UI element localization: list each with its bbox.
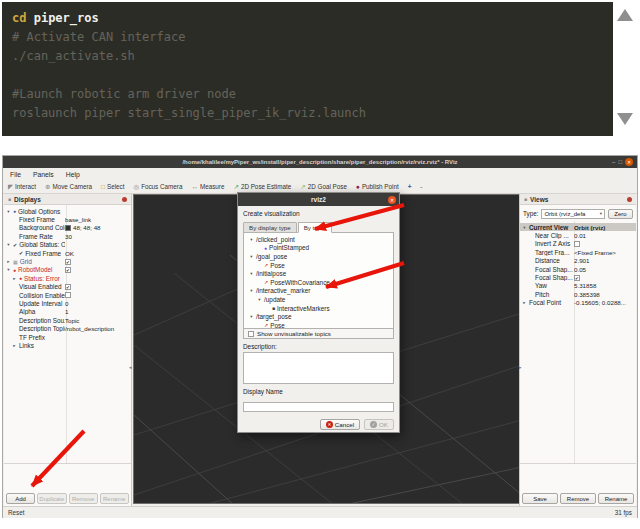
maximize-icon[interactable]: □ bbox=[618, 158, 622, 166]
views-row-near-clip[interactable]: Near Clip ...0.01 bbox=[520, 231, 636, 239]
minimize-icon[interactable]: – bbox=[612, 158, 615, 166]
displays-row-description-sou[interactable]: Description Sou...Topic bbox=[4, 316, 131, 324]
topic-row-initialpose[interactable]: ▾/initialpose bbox=[244, 269, 393, 278]
displays-row-background-color[interactable]: Background Color48; 48; 48 bbox=[4, 224, 131, 232]
topic-row-pose[interactable]: ↗Pose bbox=[244, 321, 393, 329]
dialog-titlebar[interactable]: rviz2 ✕ bbox=[238, 193, 399, 206]
toolbar-2d-goal-pose[interactable]: ↗2D Goal Pose bbox=[300, 183, 347, 190]
expanded-arrow-icon[interactable]: ▾ bbox=[257, 297, 262, 302]
toolbar-item[interactable]: - bbox=[420, 183, 422, 190]
checkbox-unchecked[interactable] bbox=[65, 292, 71, 298]
zero-button[interactable]: Zero bbox=[608, 209, 633, 219]
views-row-target-fra[interactable]: Target Fra...<Fixed Frame> bbox=[520, 248, 636, 256]
displays-row-collision-enabled[interactable]: Collision Enabled bbox=[4, 291, 131, 299]
views-row-focal-shap[interactable]: Focal Shap...0.05 bbox=[520, 265, 636, 273]
displays-rename-button[interactable]: Rename bbox=[100, 493, 129, 504]
checkbox-checked[interactable]: ✔ bbox=[65, 267, 71, 273]
views-save-button[interactable]: Save bbox=[522, 493, 558, 504]
collapsed-arrow-icon[interactable]: ▸ bbox=[6, 259, 11, 264]
views-row-focal-point[interactable]: ▸Focal Point-0.15605; 0.0288... bbox=[520, 299, 636, 307]
topic-row-interactive-marker[interactable]: ▾/interactive_marker bbox=[244, 287, 393, 296]
expanded-arrow-icon[interactable]: ▾ bbox=[522, 225, 527, 230]
splitter-collapse-right-icon[interactable]: ▸ bbox=[519, 364, 522, 370]
displays-duplicate-button[interactable]: Duplicate bbox=[37, 493, 66, 504]
views-rename-button[interactable]: Rename bbox=[598, 493, 634, 504]
displays-row-tf-prefix[interactable]: TF Prefix bbox=[4, 333, 131, 341]
menu-help[interactable]: Help bbox=[66, 171, 80, 178]
tab-by-topic[interactable]: By topic bbox=[298, 222, 332, 233]
collapsed-arrow-icon[interactable]: ▸ bbox=[12, 343, 17, 348]
toolbar-focus-camera[interactable]: ◎Focus Camera bbox=[133, 183, 182, 190]
show-unvisualizable-row[interactable]: Show unvisualizable topics bbox=[243, 329, 394, 339]
topic-row-goal-pose[interactable]: ▾/goal_pose bbox=[244, 252, 393, 261]
topic-row-interactivemarkers[interactable]: ■InteractiveMarkers bbox=[244, 304, 393, 313]
displays-row-global-status-ok[interactable]: ▾✔Global Status: Ok bbox=[4, 241, 131, 249]
views-row-focal-shap[interactable]: Focal Shap...✔ bbox=[520, 273, 636, 281]
reset-status[interactable]: Reset bbox=[8, 509, 24, 516]
views-remove-button[interactable]: Remove bbox=[560, 493, 596, 504]
expanded-arrow-icon[interactable]: ▾ bbox=[249, 271, 254, 276]
views-row-invert-z-axis[interactable]: Invert Z Axis bbox=[520, 240, 636, 248]
expanded-arrow-icon[interactable]: ▾ bbox=[6, 209, 11, 214]
displays-row-alpha[interactable]: Alpha1 bbox=[4, 308, 131, 316]
displays-row-grid[interactable]: ▸▦Grid✔ bbox=[4, 257, 131, 265]
displays-row-visual-enabled[interactable]: Visual Enabled✔ bbox=[4, 283, 131, 291]
topic-row-update[interactable]: ▾/update bbox=[244, 295, 393, 304]
displays-row-robotmodel[interactable]: ▾●RobotModel✔ bbox=[4, 266, 131, 274]
displays-row-description-topic[interactable]: Description Topic/robot_description bbox=[4, 324, 131, 332]
toolbar-publish-point[interactable]: ●Publish Point bbox=[356, 183, 399, 190]
checkbox-checked[interactable]: ✔ bbox=[65, 284, 71, 290]
scroll-up-icon[interactable] bbox=[617, 9, 633, 21]
displays-row-global-options[interactable]: ▾●Global Options bbox=[4, 207, 131, 215]
toolbar-interact[interactable]: ◤Interact bbox=[8, 183, 36, 190]
displays-row-fixed-frame[interactable]: ✔Fixed FrameOK bbox=[4, 249, 131, 257]
tab-by-display-type[interactable]: By display type bbox=[243, 222, 297, 233]
panel-close-icon[interactable] bbox=[122, 197, 127, 202]
splitter-collapse-left-icon[interactable]: ◂ bbox=[129, 364, 132, 370]
topic-row-target-pose[interactable]: ▾/target_pose bbox=[244, 312, 393, 321]
expanded-arrow-icon[interactable]: ▾ bbox=[6, 242, 11, 247]
toolbar-move-camera[interactable]: ⊕Move Camera bbox=[45, 183, 92, 190]
displays-row-status-error[interactable]: ▸●Status: Error bbox=[4, 274, 131, 282]
window-titlebar[interactable]: /home/khalilee/myPiper_ws/install/piper_… bbox=[3, 156, 637, 168]
dialog-ok-button[interactable]: ✓OK bbox=[364, 419, 394, 430]
views-row-distance[interactable]: Distance2.901 bbox=[520, 257, 636, 265]
expanded-arrow-icon[interactable]: ▾ bbox=[249, 254, 254, 259]
menu-file[interactable]: File bbox=[10, 171, 21, 178]
scroll-down-icon[interactable] bbox=[617, 113, 633, 125]
displays-row-fixed-frame[interactable]: Fixed Framebase_link bbox=[4, 215, 131, 223]
dialog-cancel-button[interactable]: ✕Cancel bbox=[320, 419, 360, 430]
view-type-select[interactable]: Orbit (rviz_defa ▾ bbox=[541, 209, 605, 219]
expanded-arrow-icon[interactable]: ▾ bbox=[6, 267, 11, 272]
collapsed-arrow-icon[interactable]: ▸ bbox=[522, 300, 527, 305]
description-box[interactable] bbox=[243, 352, 394, 384]
displays-add-button[interactable]: Add bbox=[6, 493, 35, 504]
collapsed-arrow-icon[interactable]: ▸ bbox=[12, 276, 17, 281]
displays-row-update-interval[interactable]: Update Interval0 bbox=[4, 299, 131, 307]
topic-row-pose[interactable]: ↗Pose bbox=[244, 261, 393, 270]
window-close-icon[interactable]: ✕ bbox=[625, 158, 633, 166]
topic-row-pointstamped[interactable]: ●PointStamped bbox=[244, 244, 393, 253]
toolbar-2d-pose-estimate[interactable]: ↗2D Pose Estimate bbox=[233, 183, 291, 190]
expanded-arrow-icon[interactable]: ▾ bbox=[249, 237, 254, 242]
dialog-close-icon[interactable]: ✕ bbox=[388, 196, 396, 204]
display-name-input[interactable] bbox=[243, 402, 394, 412]
views-row-pitch[interactable]: Pitch0.385398 bbox=[520, 290, 636, 298]
expanded-arrow-icon[interactable]: ▾ bbox=[249, 314, 254, 319]
topic-row-posewithcovariance[interactable]: ↗PoseWithCovariance bbox=[244, 278, 393, 287]
displays-row-links[interactable]: ▸Links bbox=[4, 341, 131, 349]
toolbar-item[interactable]: + bbox=[408, 183, 412, 190]
displays-remove-button[interactable]: Remove bbox=[69, 493, 98, 504]
views-row-current-view[interactable]: ▾Current ViewOrbit (rviz) bbox=[520, 223, 636, 231]
displays-row-frame-rate[interactable]: Frame Rate30 bbox=[4, 232, 131, 240]
views-row-yaw[interactable]: Yaw5.31858 bbox=[520, 282, 636, 290]
checkbox-checked[interactable]: ✔ bbox=[574, 275, 580, 281]
checkbox-unchecked[interactable] bbox=[248, 331, 254, 337]
checkbox-checked[interactable]: ✔ bbox=[65, 259, 71, 265]
checkbox-unchecked[interactable] bbox=[574, 241, 580, 247]
toolbar-measure[interactable]: ↔Measure bbox=[191, 183, 224, 190]
panel-close-icon[interactable] bbox=[627, 197, 632, 202]
toolbar-select[interactable]: □Select bbox=[101, 183, 124, 190]
menu-panels[interactable]: Panels bbox=[33, 171, 54, 178]
topic-row-clicked-point[interactable]: ▾/clicked_point bbox=[244, 235, 393, 244]
